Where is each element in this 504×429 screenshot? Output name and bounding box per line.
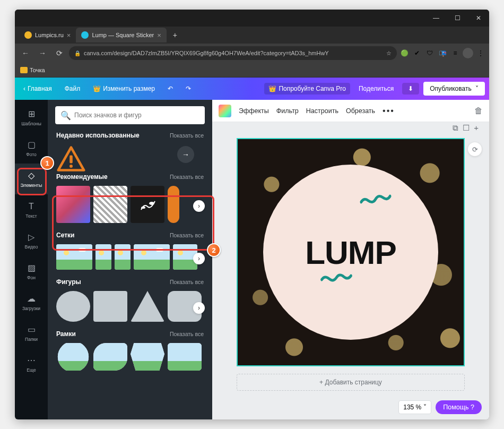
grids-row: › [52, 241, 208, 276]
sidenav-folders[interactable]: ▭Папки [15, 318, 48, 348]
filter-button[interactable]: Фильтр [276, 107, 299, 115]
reload-button[interactable]: ⟳ [52, 46, 67, 61]
text-icon: T [26, 201, 37, 212]
show-all-link[interactable]: Показать все [170, 174, 204, 180]
url-bar[interactable]: 🔒 canva.com/design/DAD7zlmZB5I/YRQIX69Gg… [69, 46, 397, 60]
scroll-right-button[interactable]: › [193, 200, 205, 212]
section-header-frames: Рамки Показать все [52, 328, 208, 340]
folders-icon: ▭ [26, 324, 37, 335]
extension-icon[interactable]: ≡ [450, 48, 460, 58]
element-thumb[interactable] [131, 186, 164, 223]
undo-button[interactable]: ↶ [163, 83, 177, 95]
section-title: Фигуры [56, 278, 81, 286]
show-all-link[interactable]: Показать все [170, 279, 204, 285]
sidenav-background[interactable]: ▨Фон [15, 256, 48, 287]
resize-button[interactable]: 👑 Изменить размер [89, 83, 159, 95]
canvas-wrap[interactable]: ⧉ ☐ + ⟳ LUMP + Добавить страницу 135 % ˅… [212, 122, 489, 419]
new-tab-button[interactable]: + [169, 29, 181, 41]
file-menu[interactable]: Файл [60, 83, 85, 95]
publish-button[interactable]: Опубликовать ˅ [423, 82, 485, 96]
duplicate-page-icon[interactable]: ⧉ [453, 123, 458, 133]
crop-button[interactable]: Обрезать [346, 107, 375, 115]
grid-thumb[interactable] [95, 244, 111, 270]
search-box[interactable]: 🔍 [55, 106, 205, 124]
bookmark-item[interactable]: Точка [20, 67, 45, 73]
svg-point-1 [69, 165, 73, 168]
extension-icon[interactable]: 🛡 [424, 48, 435, 58]
frame-thumb[interactable] [56, 343, 90, 371]
delete-button[interactable]: 🗑 [474, 106, 483, 116]
share-button[interactable]: Поделиться [354, 83, 398, 95]
element-thumb[interactable] [93, 186, 127, 223]
url-text: canva.com/design/DAD7zlmZB5I/YRQIX69Gg8f… [84, 50, 329, 56]
extension-icon[interactable]: ✔ [412, 48, 422, 58]
photo-icon: ▢ [26, 140, 37, 150]
tab-favicon [81, 31, 89, 39]
download-button[interactable]: ⬇ [402, 83, 419, 95]
sidenav-uploads[interactable]: ☁Загрузки [15, 287, 48, 318]
browser-navbar: ← → ⟳ 🔒 canva.com/design/DAD7zlmZB5I/YRQ… [15, 44, 489, 63]
close-icon[interactable]: × [157, 31, 161, 39]
browser-tab[interactable]: Lumpics.ru × [19, 28, 76, 42]
sidenav-more[interactable]: ⋯Еще [15, 348, 48, 379]
refresh-icon[interactable]: ⟳ [468, 142, 482, 156]
shape-triangle[interactable] [131, 291, 164, 322]
effects-button[interactable]: Эффекты [239, 107, 269, 115]
browser-tab-active[interactable]: Lump — Square Sticker × [76, 28, 166, 42]
sidenav-video[interactable]: ▷Видео [15, 225, 48, 256]
sidenav-templates[interactable]: ⊞Шаблоны [15, 102, 48, 133]
scroll-right-button[interactable]: › [193, 253, 205, 264]
shape-circle[interactable] [56, 291, 90, 322]
scroll-right-button[interactable]: › [193, 302, 205, 314]
home-button[interactable]: ‹ Главная [19, 83, 56, 95]
add-page-button[interactable]: + Добавить страницу [237, 374, 465, 391]
section-header-recent: Недавно использованные Показать все [52, 130, 208, 141]
grid-thumb[interactable] [115, 244, 131, 270]
menu-icon[interactable]: ⋮ [475, 48, 486, 58]
more-button[interactable]: ••• [383, 106, 395, 116]
star-icon[interactable]: ☆ [386, 50, 392, 57]
sticker-circle[interactable]: LUMP [263, 165, 438, 340]
show-all-link[interactable]: Показать все [170, 132, 204, 139]
search-input[interactable] [74, 111, 199, 119]
background-icon: ▨ [26, 263, 37, 273]
show-all-link[interactable]: Показать все [170, 232, 204, 238]
avatar-icon[interactable] [463, 48, 473, 58]
element-thumb[interactable] [168, 186, 179, 223]
element-thumb[interactable] [56, 186, 90, 223]
grid-thumb[interactable] [56, 244, 92, 270]
extension-icon[interactable]: 🟢 [399, 48, 410, 58]
svg-point-2 [141, 207, 145, 209]
zoom-control[interactable]: 135 % ˅ [398, 400, 431, 414]
next-element-button[interactable]: → [177, 146, 194, 163]
try-pro-button[interactable]: 👑 Попробуйте Canva Pro [264, 83, 350, 95]
show-all-link[interactable]: Показать все [170, 331, 204, 337]
annotation-marker-2: 2 [207, 243, 221, 257]
copy-page-icon[interactable]: ☐ [463, 123, 470, 133]
warning-triangle-element[interactable] [56, 144, 86, 174]
add-page-icon[interactable]: + [474, 123, 479, 133]
maximize-button[interactable]: ☐ [447, 10, 468, 27]
frame-thumb[interactable] [168, 343, 202, 371]
squiggle-decoration[interactable] [359, 191, 392, 207]
color-button[interactable] [219, 105, 231, 117]
shape-square[interactable] [93, 291, 127, 322]
canvas[interactable]: ⟳ LUMP [237, 138, 465, 366]
page-controls: ⧉ ☐ + [453, 123, 479, 133]
forward-button[interactable]: → [35, 46, 50, 61]
help-button[interactable]: Помощь ? [436, 400, 482, 414]
redo-button[interactable]: ↷ [181, 83, 195, 95]
canvas-area: Эффекты Фильтр Настроить Обрезать ••• 🗑 … [212, 100, 489, 419]
close-button[interactable]: ✕ [468, 10, 489, 27]
grid-thumb[interactable] [134, 244, 170, 270]
sidenav-text[interactable]: TТекст [15, 194, 48, 225]
frame-thumb[interactable] [93, 343, 127, 371]
adjust-button[interactable]: Настроить [306, 107, 338, 115]
back-button[interactable]: ← [18, 46, 33, 61]
squiggle-decoration[interactable] [320, 271, 353, 285]
minimize-button[interactable]: — [425, 10, 447, 27]
frame-thumb[interactable] [131, 343, 164, 371]
section-title: Сетки [56, 231, 74, 239]
extension-icon[interactable]: 📭 [437, 48, 448, 58]
close-icon[interactable]: × [67, 31, 71, 39]
